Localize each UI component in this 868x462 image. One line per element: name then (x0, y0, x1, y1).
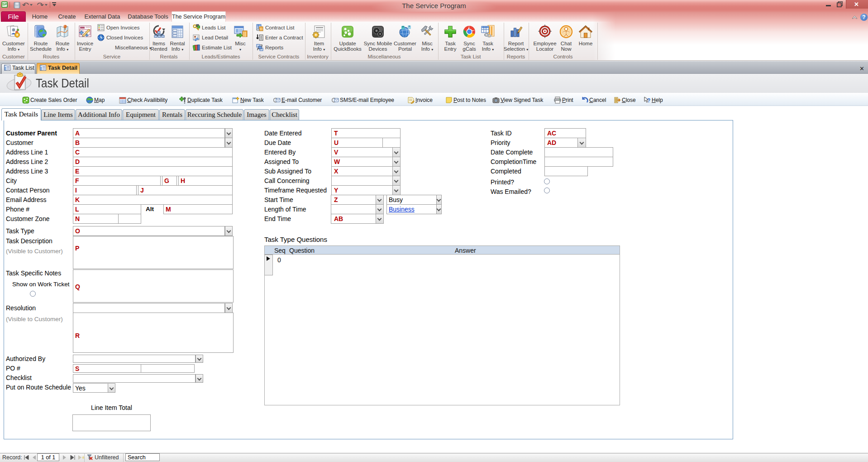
svg-text:?: ? (647, 97, 650, 104)
